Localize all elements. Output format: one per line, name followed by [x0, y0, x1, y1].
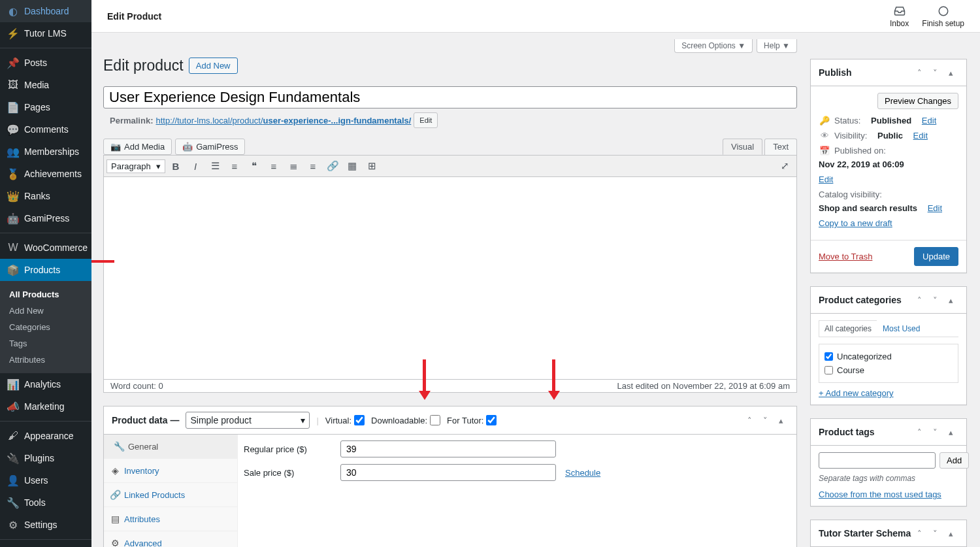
nav-woocommerce[interactable]: WWooCommerce: [0, 237, 91, 259]
pd-tab-advanced[interactable]: ⚙Advanced: [104, 531, 237, 547]
for-tutor-checkbox-label[interactable]: For Tutor:: [447, 415, 497, 425]
bold-button[interactable]: B: [167, 157, 185, 175]
product-title-input[interactable]: [103, 86, 797, 108]
nav-media[interactable]: 🖼Media: [0, 74, 91, 96]
pd-tab-linked[interactable]: 🔗Linked Products: [104, 483, 237, 507]
toggle-icon[interactable]: ▴: [773, 412, 789, 428]
nav-tutor-lms[interactable]: ⚡Tutor LMS: [0, 22, 91, 44]
update-button[interactable]: Update: [914, 247, 958, 266]
downloadable-checkbox[interactable]: [430, 415, 440, 425]
nav-products[interactable]: 📦Products: [0, 259, 91, 281]
nav-pages[interactable]: 📄Pages: [0, 96, 91, 118]
align-center-button[interactable]: ≣: [284, 157, 302, 175]
nav-ranks[interactable]: 👑Ranks: [0, 185, 91, 207]
nav-dashboard[interactable]: ◐Dashboard: [0, 0, 91, 22]
downloadable-checkbox-label[interactable]: Downloadable:: [371, 415, 440, 425]
move-up-icon[interactable]: ˄: [911, 424, 927, 440]
wrench-icon: 🔧: [114, 441, 124, 452]
choose-tags-link[interactable]: Choose from the most used tags: [819, 489, 941, 499]
move-up-icon[interactable]: ˄: [911, 65, 927, 80]
edit-date-link[interactable]: Edit: [819, 174, 833, 184]
nav-gamipress[interactable]: 🤖GamiPress: [0, 207, 91, 229]
product-type-select[interactable]: Simple product▾: [186, 412, 310, 429]
edit-visibility-link[interactable]: Edit: [913, 131, 928, 141]
add-new-button[interactable]: Add New: [189, 58, 238, 74]
align-right-button[interactable]: ≡: [304, 157, 322, 175]
italic-button[interactable]: I: [186, 157, 204, 175]
nav-posts[interactable]: 📌Posts: [0, 52, 91, 74]
fullscreen-button[interactable]: ⤢: [776, 157, 794, 175]
preview-changes-button[interactable]: Preview Changes: [877, 93, 958, 109]
add-new-category-link[interactable]: + Add new category: [819, 388, 894, 398]
move-down-icon[interactable]: ˅: [927, 292, 943, 308]
for-tutor-checkbox[interactable]: [486, 415, 497, 425]
link-button[interactable]: 🔗: [323, 157, 342, 175]
gamipress-button[interactable]: 🤖 GamiPress: [175, 139, 245, 155]
number-list-button[interactable]: ≡: [225, 157, 244, 175]
nav-mc4wp[interactable]: ◎MC4WP: [0, 543, 91, 547]
nav-appearance[interactable]: 🖌Appearance: [0, 425, 91, 447]
nav-analytics[interactable]: 📊Analytics: [0, 373, 91, 395]
nav-comments[interactable]: 💬Comments: [0, 118, 91, 141]
toggle-icon[interactable]: ▴: [943, 65, 958, 80]
sale-price-input[interactable]: [340, 464, 556, 481]
edit-permalink-button[interactable]: Edit: [414, 112, 438, 128]
align-left-button[interactable]: ≡: [265, 157, 283, 175]
finish-setup-button[interactable]: Finish setup: [922, 5, 964, 28]
pd-tab-inventory[interactable]: ◈Inventory: [104, 459, 237, 483]
nav-plugins[interactable]: 🔌Plugins: [0, 447, 91, 469]
move-down-icon[interactable]: ˅: [927, 525, 943, 541]
subnav-add-new[interactable]: Add New: [0, 303, 91, 319]
cat-tab-most-used[interactable]: Most Used: [877, 320, 926, 337]
move-up-icon[interactable]: ˄: [911, 525, 927, 541]
schedule-link[interactable]: Schedule: [565, 468, 600, 478]
move-up-icon[interactable]: ˄: [742, 412, 757, 428]
help-button[interactable]: Help ▼: [757, 39, 797, 53]
gear-icon: ⚙: [110, 538, 120, 547]
pd-tab-attributes[interactable]: ▤Attributes: [104, 507, 237, 531]
cat-course[interactable]: Course: [825, 363, 953, 377]
nav-marketing[interactable]: 📣Marketing: [0, 395, 91, 418]
subnav-tags[interactable]: Tags: [0, 335, 91, 352]
virtual-checkbox[interactable]: [354, 415, 365, 425]
readmore-button[interactable]: ▦: [343, 157, 361, 175]
format-select[interactable]: Paragraph▾: [106, 159, 165, 173]
copy-draft-link[interactable]: Copy to a new draft: [819, 218, 892, 228]
subnav-all-products[interactable]: All Products: [0, 286, 91, 303]
subnav-attributes[interactable]: Attributes: [0, 352, 91, 368]
nav-tools[interactable]: 🔧Tools: [0, 491, 91, 514]
pd-tab-general[interactable]: 🔧General: [104, 435, 237, 459]
move-down-icon[interactable]: ˅: [927, 65, 943, 80]
tag-input[interactable]: [819, 452, 936, 469]
editor-visual-tab[interactable]: Visual: [723, 139, 762, 155]
toggle-icon[interactable]: ▴: [943, 424, 958, 440]
nav-memberships[interactable]: 👥Memberships: [0, 141, 91, 163]
quote-button[interactable]: ❝: [245, 157, 263, 175]
add-media-button[interactable]: 📷 Add Media: [103, 139, 172, 155]
gamipress-icon: 🤖: [182, 142, 193, 152]
regular-price-input[interactable]: [340, 440, 556, 457]
editor-content[interactable]: [103, 177, 797, 380]
edit-status-link[interactable]: Edit: [922, 116, 936, 125]
screen-options-button[interactable]: Screen Options ▼: [674, 39, 753, 53]
move-to-trash-link[interactable]: Move to Trash: [819, 252, 872, 261]
permalink-link[interactable]: http://tutor-lms.local/product/user-expe…: [155, 116, 411, 125]
toggle-icon[interactable]: ▴: [943, 292, 958, 308]
cat-uncategorized[interactable]: Uncategorized: [825, 350, 953, 363]
move-down-icon[interactable]: ˅: [927, 424, 943, 440]
edit-catalog-link[interactable]: Edit: [928, 203, 942, 213]
toolbar-toggle-button[interactable]: ⊞: [363, 157, 381, 175]
cat-tab-all[interactable]: All categories: [819, 320, 877, 337]
add-tag-button[interactable]: Add: [939, 452, 969, 469]
nav-users[interactable]: 👤Users: [0, 469, 91, 491]
nav-settings[interactable]: ⚙Settings: [0, 514, 91, 536]
move-down-icon[interactable]: ˅: [757, 412, 773, 428]
move-up-icon[interactable]: ˄: [911, 292, 927, 308]
bullet-list-button[interactable]: ☰: [206, 157, 224, 175]
nav-achievements[interactable]: 🏅Achievements: [0, 163, 91, 185]
subnav-categories[interactable]: Categories: [0, 319, 91, 335]
inbox-button[interactable]: Inbox: [890, 5, 909, 28]
toggle-icon[interactable]: ▴: [943, 525, 958, 541]
editor-text-tab[interactable]: Text: [764, 139, 797, 155]
virtual-checkbox-label[interactable]: Virtual:: [325, 415, 365, 425]
